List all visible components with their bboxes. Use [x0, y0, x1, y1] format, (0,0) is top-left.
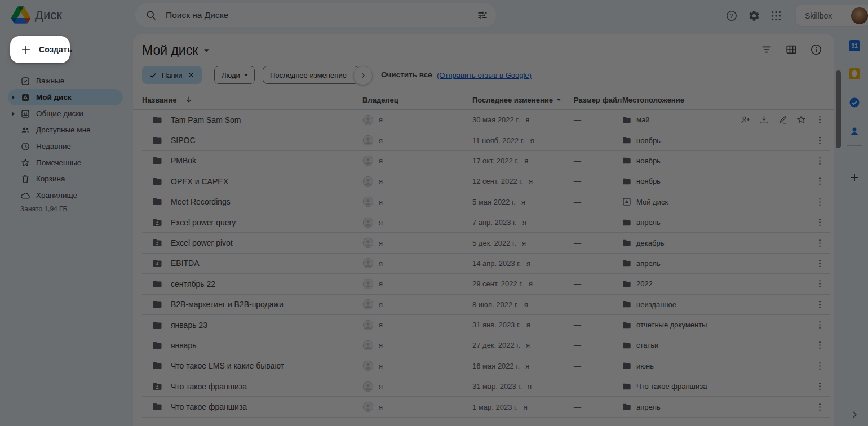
create-button-label: Создать [39, 45, 72, 54]
tutorial-dim-overlay [0, 0, 868, 426]
create-button[interactable]: Создать [10, 36, 70, 63]
plus-icon [20, 43, 32, 56]
